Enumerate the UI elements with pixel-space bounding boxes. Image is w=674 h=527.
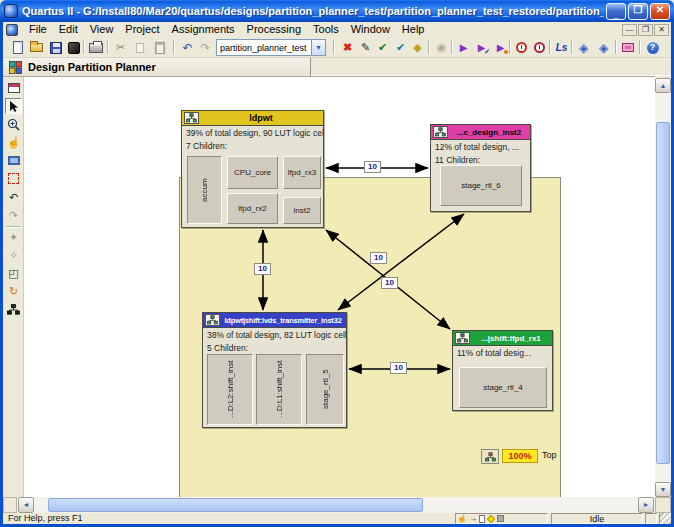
zoom-tool-button[interactable] [5, 116, 22, 132]
fullscreen-button[interactable] [5, 152, 22, 168]
pointer-icon [8, 100, 19, 113]
quartus-app-icon[interactable] [4, 4, 18, 18]
hierarchy-icon[interactable] [455, 332, 470, 344]
child-entity[interactable]: stage_rtl_4 [459, 367, 547, 408]
help-button[interactable]: ? [644, 39, 661, 56]
hierarchy-icon[interactable] [205, 314, 220, 326]
partition-block-lfpd-rx1[interactable]: ...|shift:lfpd_rx1 11% of total desig...… [452, 330, 553, 411]
timing-analyzer-button[interactable] [513, 39, 530, 56]
collapse-partition-button[interactable]: ✧ [5, 247, 22, 263]
scroll-up-button[interactable]: ▴ [655, 78, 671, 93]
settings-button[interactable]: ✔ [374, 39, 391, 56]
child-entity[interactable]: lfpd_rx3 [283, 156, 321, 189]
scroll-down-button[interactable]: ▾ [655, 482, 671, 497]
cut-icon: ✂ [116, 42, 125, 53]
scroll-right-button[interactable]: ▸ [638, 497, 654, 513]
child-entity[interactable]: CPU_core [227, 156, 278, 189]
menu-view[interactable]: View [84, 22, 120, 37]
open-file-button[interactable] [28, 39, 45, 56]
child-entity[interactable]: ...D:L2:shift_inst [207, 354, 253, 425]
vertical-scrollbar[interactable]: ▴ ▾ [655, 78, 671, 497]
timequest-button[interactable] [531, 39, 548, 56]
child-entity[interactable]: accum [187, 156, 222, 224]
menu-assignments[interactable]: Assignments [166, 22, 241, 37]
disabled-tool-button[interactable]: ◉ [433, 39, 450, 56]
extract-partition-button[interactable]: ✦ [5, 229, 22, 245]
gray-square-icon [497, 515, 504, 522]
child-entity[interactable]: inst2 [283, 197, 321, 224]
simulator-button[interactable]: Ls [553, 39, 570, 56]
pane-splitter-box[interactable] [3, 497, 17, 513]
archive-project-button[interactable] [65, 39, 82, 56]
partition-block-lvds-transmitter[interactable]: ldpwt|shift:lvds_transmitter_inst32 38% … [202, 312, 347, 428]
cut-button[interactable]: ✂ [112, 39, 129, 56]
programmer-button[interactable] [619, 39, 636, 56]
chip-icon [622, 43, 634, 52]
start-analysis-button[interactable]: ▶✓ [473, 39, 490, 56]
hierarchy-icon[interactable] [184, 112, 199, 124]
copy-button[interactable] [131, 39, 148, 56]
project-selector[interactable]: partition_planner_test ▾ [216, 39, 326, 56]
menu-file[interactable]: File [23, 22, 53, 37]
timing-closure-button[interactable]: ◆ [409, 39, 426, 56]
start-partial-compile-button[interactable]: ▶ [492, 39, 509, 56]
hand-tool-button[interactable]: ☝ [5, 134, 22, 150]
project-selector-value: partition_planner_test [217, 43, 311, 53]
save-button[interactable] [47, 39, 64, 56]
close-button[interactable]: ✕ [650, 3, 670, 20]
maximize-button[interactable]: ❐ [628, 3, 648, 20]
start-compilation-button[interactable]: ▶ [455, 39, 472, 56]
menu-edit[interactable]: Edit [53, 22, 84, 37]
mdi-close-button[interactable]: ✕ [654, 24, 669, 36]
horizontal-scroll-thumb[interactable] [48, 498, 423, 512]
expand-view-button[interactable]: ◰ [5, 265, 22, 281]
scroll-left-button[interactable]: ◂ [18, 497, 34, 513]
undo-arrange-button[interactable]: ↶ [5, 189, 22, 205]
hierarchy-view-button[interactable] [5, 301, 22, 317]
menu-project[interactable]: Project [119, 22, 165, 37]
minimize-button[interactable]: _ [606, 3, 626, 20]
selection-tool-button[interactable] [5, 98, 22, 114]
mdi-restore-button[interactable]: ❐ [638, 24, 653, 36]
child-entity[interactable]: ...D:L1:shift_inst [256, 354, 302, 425]
quartus-menu-icon[interactable] [6, 24, 18, 36]
partition-info: 39% of total design, 90 LUT logic cells,… [182, 126, 323, 139]
partition-titlebar[interactable]: ...c_design_inst2 [431, 125, 530, 140]
child-entity[interactable]: stage_rtl_6 [440, 165, 522, 206]
hierarchy-icon[interactable] [433, 126, 448, 138]
mdi-minimize-button[interactable]: — [622, 24, 637, 36]
stop-processing-button[interactable]: ✖ [339, 39, 356, 56]
netlist-viewer-button[interactable]: ◈ [575, 39, 592, 56]
resize-grip[interactable] [660, 513, 671, 524]
partition-titlebar[interactable]: ldpwt|shift:lvds_transmitter_inst32 [203, 313, 346, 328]
assignment-editor-button[interactable]: ✎ [357, 39, 374, 56]
chevron-down-icon[interactable]: ▾ [311, 40, 325, 55]
partition-info: 12% of total design, ... [431, 140, 530, 153]
fit-selection-button[interactable] [5, 170, 22, 186]
menu-processing[interactable]: Processing [241, 22, 307, 37]
print-button[interactable] [87, 39, 104, 56]
menu-tools[interactable]: Tools [307, 22, 345, 37]
detach-window-button[interactable] [5, 80, 22, 96]
design-partition-planner-tab[interactable]: Design Partition Planner [3, 58, 311, 76]
refresh-button[interactable]: ↻ [5, 283, 22, 299]
child-entity[interactable]: stage_rtl_5 [306, 354, 344, 425]
horizontal-scrollbar[interactable]: ◂ ▸ [3, 497, 655, 513]
paste-button[interactable] [151, 39, 168, 56]
paste-icon [155, 42, 165, 54]
partition-block-c-design-inst2[interactable]: ...c_design_inst2 12% of total design, .… [430, 124, 531, 212]
redo-button[interactable]: ↷ [197, 39, 214, 56]
redo-arrange-button[interactable]: ↷ [5, 207, 22, 223]
tech-map-viewer-button[interactable]: ◈ [595, 39, 612, 56]
undo-button[interactable]: ↶ [179, 39, 196, 56]
partition-titlebar[interactable]: ldpwt [182, 111, 323, 126]
partition-titlebar[interactable]: ...|shift:lfpd_rx1 [453, 331, 552, 346]
menu-help[interactable]: Help [396, 22, 431, 37]
new-file-button[interactable] [9, 39, 26, 56]
child-entity[interactable]: lfpd_rx2 [227, 193, 278, 224]
vertical-scroll-thumb[interactable] [656, 122, 670, 464]
partition-title: ldpwt [201, 113, 321, 123]
pin-planner-button[interactable]: ✔ [392, 39, 409, 56]
menu-window[interactable]: Window [345, 22, 396, 37]
partition-block-ldpwt[interactable]: ldpwt 39% of total design, 90 LUT logic … [181, 110, 324, 228]
